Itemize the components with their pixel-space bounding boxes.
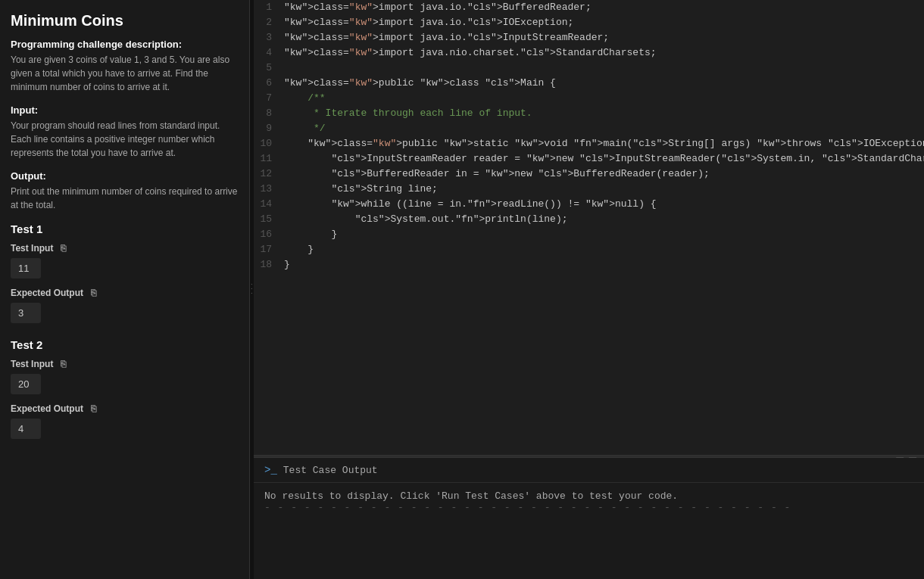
copy-icon-t1-output[interactable]: ⎘ <box>88 288 98 298</box>
line-number: 5 <box>254 61 281 76</box>
line-number: 10 <box>254 136 281 151</box>
line-number: 14 <box>254 197 281 212</box>
line-number: 6 <box>254 76 281 91</box>
vertical-resizer[interactable]: ··· <box>250 0 254 579</box>
code-table: 1"kw">class="kw">import java.io."cls">Bu… <box>254 0 924 272</box>
line-content: } <box>281 242 924 257</box>
code-line: 18} <box>254 257 924 272</box>
test2-input-label: Test Input ⎘ <box>11 359 239 369</box>
code-line: 17 } <box>254 242 924 257</box>
code-line: 15 "cls">System.out."fn">println(line); <box>254 212 924 227</box>
code-line: 11 "cls">InputStreamReader reader = "kw"… <box>254 151 924 167</box>
code-line: 13 "cls">String line; <box>254 182 924 197</box>
test2-title: Test 2 <box>11 338 239 351</box>
terminal-header: >_ Test Case Output <box>254 458 924 483</box>
line-number: 1 <box>254 0 281 15</box>
code-line: 6"kw">class="kw">public "kw">class "cls"… <box>254 76 924 91</box>
line-number: 16 <box>254 227 281 242</box>
code-line: 7 /** <box>254 91 924 106</box>
test1-title: Test 1 <box>11 223 239 235</box>
divider-handle: — — <box>896 453 918 461</box>
code-line: 5 <box>254 61 924 76</box>
line-content: "kw">class="kw">public "kw">static "kw">… <box>281 136 924 151</box>
line-content: "kw">class="kw">import java.io."cls">Inp… <box>281 30 924 45</box>
panel-divider[interactable]: — — <box>254 455 924 458</box>
line-content: "cls">InputStreamReader reader = "kw">ne… <box>281 151 924 167</box>
line-number: 18 <box>254 257 281 272</box>
line-content: "cls">String line; <box>281 182 924 197</box>
line-number: 9 <box>254 121 281 136</box>
line-number: 2 <box>254 15 281 30</box>
line-content: "kw">class="kw">import java.nio.charset.… <box>281 45 924 61</box>
line-number: 8 <box>254 106 281 121</box>
line-number: 13 <box>254 182 281 197</box>
input-label: Input: <box>11 104 239 116</box>
terminal-prompt-icon: >_ <box>264 464 277 476</box>
line-content: } <box>281 227 924 242</box>
line-number: 7 <box>254 91 281 106</box>
test2-output-label: Expected Output ⎘ <box>11 403 239 414</box>
input-desc: Your program should read lines from stan… <box>11 119 239 160</box>
left-panel: Minimum Coins Programming challenge desc… <box>0 0 250 579</box>
code-editor[interactable]: 1"kw">class="kw">import java.io."cls">Bu… <box>254 0 924 455</box>
code-line: 8 * Iterate through each line of input. <box>254 106 924 121</box>
code-line: 1"kw">class="kw">import java.io."cls">Bu… <box>254 0 924 15</box>
line-number: 17 <box>254 242 281 257</box>
line-content: "kw">class="kw">public "kw">class "cls">… <box>281 76 924 91</box>
description-label: Programming challenge description: <box>11 39 239 50</box>
code-line: 16 } <box>254 227 924 242</box>
test1-input-value: 11 <box>11 258 41 279</box>
line-content: "cls">System.out."fn">println(line); <box>281 212 924 227</box>
line-number: 15 <box>254 212 281 227</box>
problem-title: Minimum Coins <box>11 12 239 30</box>
line-content: "kw">while ((line = in."fn">readLine()) … <box>281 197 924 212</box>
line-content: "kw">class="kw">import java.io."cls">IOE… <box>281 15 924 30</box>
line-number: 12 <box>254 167 281 182</box>
code-line: 10 "kw">class="kw">public "kw">static "k… <box>254 136 924 151</box>
line-content: */ <box>281 121 924 136</box>
line-number: 11 <box>254 151 281 167</box>
test1-output-label: Expected Output ⎘ <box>11 288 239 298</box>
resize-dots: ··· <box>248 283 256 296</box>
line-content: * Iterate through each line of input. <box>281 106 924 121</box>
terminal-body: No results to display. Click 'Run Test C… <box>254 483 924 521</box>
terminal-panel: >_ Test Case Output No results to displa… <box>254 458 924 579</box>
copy-icon-t2-output[interactable]: ⎘ <box>88 403 98 414</box>
code-line: 3"kw">class="kw">import java.io."cls">In… <box>254 30 924 45</box>
description-text: You are given 3 coins of value 1, 3 and … <box>11 53 239 94</box>
output-desc: Print out the minimum number of coins re… <box>11 185 239 212</box>
code-line: 12 "cls">BufferedReader in = "kw">new "c… <box>254 167 924 182</box>
line-content: "cls">BufferedReader in = "kw">new "cls"… <box>281 167 924 182</box>
copy-icon-t1-input[interactable]: ⎘ <box>58 243 68 254</box>
code-line: 4"kw">class="kw">import java.nio.charset… <box>254 45 924 61</box>
test2-input-value: 20 <box>11 374 41 394</box>
test2-output-value: 4 <box>11 419 41 439</box>
line-content: /** <box>281 91 924 106</box>
right-panel: 1"kw">class="kw">import java.io."cls">Bu… <box>254 0 924 579</box>
line-content: "kw">class="kw">import java.io."cls">Buf… <box>281 0 924 15</box>
line-number: 3 <box>254 30 281 45</box>
code-line: 2"kw">class="kw">import java.io."cls">IO… <box>254 15 924 30</box>
test1-output-value: 3 <box>11 303 41 323</box>
line-content <box>281 61 924 76</box>
line-number: 4 <box>254 45 281 61</box>
test1-input-label: Test Input ⎘ <box>11 243 239 254</box>
code-line: 9 */ <box>254 121 924 136</box>
copy-icon-t2-input[interactable]: ⎘ <box>58 359 68 369</box>
code-line: 14 "kw">while ((line = in."fn">readLine(… <box>254 197 924 212</box>
output-label: Output: <box>11 170 239 182</box>
line-content: } <box>281 257 924 272</box>
terminal-dashes: - - - - - - - - - - - - - - - - - - - - … <box>264 502 913 513</box>
terminal-message: No results to display. Click 'Run Test C… <box>264 490 913 502</box>
terminal-header-label: Test Case Output <box>283 465 378 476</box>
